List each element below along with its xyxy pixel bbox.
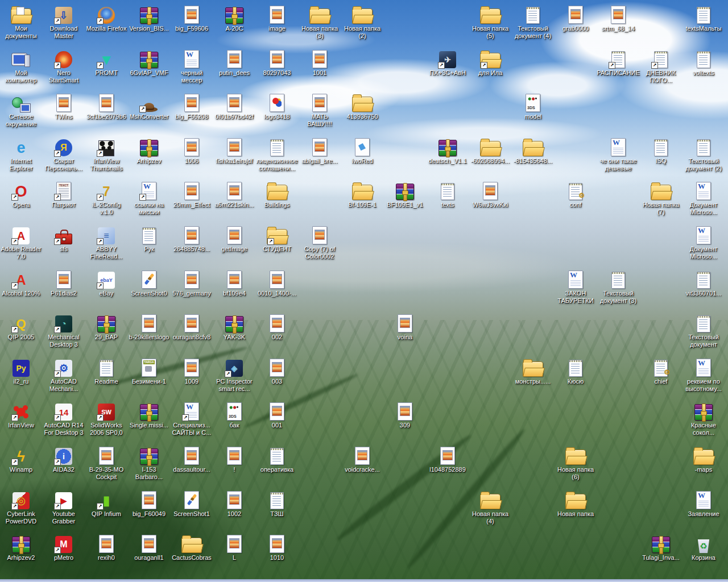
- desktop-icon-license-agreement[interactable]: лицензионное соглашени...: [255, 137, 299, 172]
- desktop-icon-korzina[interactable]: ♻Корзина: [682, 534, 725, 562]
- desktop-icon-dassaultour[interactable]: dassaultour...: [170, 446, 213, 473]
- desktop-icon-my-computer[interactable]: Мой компьютер: [0, 49, 43, 84]
- desktop-icon-readme[interactable]: Readme: [85, 357, 128, 385]
- desktop-icon-n1002[interactable]: 1002: [213, 490, 256, 518]
- desktop-icon-deutsch-v11[interactable]: deutsch_V1.1: [426, 137, 469, 165]
- desktop-icon-n309[interactable]: 309: [383, 401, 427, 429]
- desktop-icon-new-folder-2[interactable]: Новая папка (2): [341, 5, 384, 40]
- desktop-icon-arhipzev[interactable]: Arhipzev: [127, 137, 171, 165]
- desktop-icon-twins[interactable]: TWins: [42, 93, 85, 120]
- desktop-icon-doc-microsoft-2[interactable]: Документ Microso...: [682, 225, 725, 260]
- desktop-icon-nero-startsmart[interactable]: ↗Nero StartSmart: [42, 49, 85, 84]
- desktop-icon-isq[interactable]: ISQ: [639, 137, 682, 165]
- desktop-icon-tulagi-inva[interactable]: Tulagi_Inva...: [639, 534, 682, 562]
- desktop-icon-tzsh[interactable]: ТЗШ: [255, 490, 299, 518]
- desktop-icon-maps[interactable]: -maps: [682, 446, 725, 473]
- desktop-icon-n001[interactable]: 001: [255, 401, 299, 429]
- desktop-icon-mozilla-firefox[interactable]: ↗Mozilla Firefox: [85, 5, 128, 32]
- desktop-icon-i-153-barbaro[interactable]: I-153 Barbaro...: [127, 446, 171, 481]
- desktop-icon-chief[interactable]: chief: [639, 357, 682, 385]
- desktop-icon-youtube-grabber[interactable]: ▶↗Youtube Grabber: [42, 490, 85, 525]
- desktop-icon-patriot[interactable]: ↗Патриот: [42, 181, 85, 209]
- desktop-icon-autocad-r14[interactable]: 14↗AutoCAD R14 For Desktop 3: [42, 401, 85, 436]
- desktop-icon-alcohol-120[interactable]: A↗Alcohol 120%: [0, 269, 43, 297]
- desktop-icon-putin-dees[interactable]: putin_dees: [213, 49, 256, 77]
- desktop-icon-l1048752889[interactable]: l1048752889: [426, 446, 469, 473]
- desktop-icon-a-20c[interactable]: A-20C: [213, 5, 256, 32]
- desktop-icon-n3cf1be2079b6[interactable]: 3cf1be2079b6: [85, 93, 128, 120]
- desktop-icon-mshconverter[interactable]: ↗MshConverter: [127, 93, 171, 120]
- desktop-icon-model[interactable]: model: [511, 93, 555, 120]
- desktop-icon-big-f55208[interactable]: big_F55208: [170, 93, 213, 120]
- desktop-icon-irfanview[interactable]: ↗IrfanView: [0, 401, 43, 429]
- desktop-icon-folder-815435648[interactable]: -815435648...: [511, 137, 555, 165]
- desktop-icon-texts-malty[interactable]: textsМальты: [682, 5, 725, 32]
- desktop-icon-qip-2005[interactable]: Q↗QIP 2005: [0, 313, 43, 341]
- desktop-icon-zayavlenie[interactable]: Заявление: [682, 490, 725, 518]
- desktop-icon-ebay[interactable]: ebaY↗eBay: [85, 269, 128, 297]
- desktop-icon-qip-infium[interactable]: ▮↗QIP Infium: [85, 490, 128, 518]
- desktop-icon-a6m221skin[interactable]: a6m221skin...: [213, 181, 256, 209]
- desktop-icon-cyberlink-powerdvd[interactable]: ◎↗CyberLink PowerDVD: [0, 490, 43, 525]
- desktop-icon-arhipzev2[interactable]: Arhipzev2: [0, 534, 43, 562]
- desktop-icon-n1009[interactable]: 1009: [170, 357, 213, 385]
- desktop-icon-6gviap-vmf[interactable]: 6GvIAP_VMF: [127, 49, 171, 77]
- desktop-icon-buildings[interactable]: Buildings: [255, 181, 299, 209]
- desktop-icon-p61dias2[interactable]: P61dias2: [42, 269, 85, 297]
- desktop-icon-w6wj3vxkxi[interactable]: W6wJ3vxKxi: [469, 181, 512, 209]
- desktop-icon-dlya-ila[interactable]: ↗для Ила: [469, 49, 512, 77]
- desktop-icon-text-doc[interactable]: Текстовый документ: [682, 313, 725, 348]
- desktop-icon-screenshot1[interactable]: ScreenShot1: [170, 490, 213, 518]
- desktop-icon-iwored[interactable]: IwoRed: [341, 137, 384, 165]
- desktop-icon-kyusyu[interactable]: Кюсю: [554, 357, 597, 385]
- desktop-icon-screenshot0[interactable]: ScreenShot0: [127, 269, 171, 297]
- desktop-icon-rekviem[interactable]: реквием по высотному...: [682, 357, 725, 393]
- desktop-icon-getimage[interactable]: getImage: [213, 225, 256, 253]
- desktop-icon-new-folder-3[interactable]: Новая папка (3): [298, 5, 341, 40]
- desktop-icon-n0010-1400[interactable]: 0010_1400-...: [255, 269, 299, 297]
- desktop-icon-cherny-messer[interactable]: черный мессер: [170, 49, 213, 84]
- desktop-icon-bf109e1-v1[interactable]: BF109E1_v1: [383, 181, 427, 209]
- desktop-icon-zakon-taburetki[interactable]: ЗАКОН ТАБУРЕТКИ: [554, 269, 597, 305]
- desktop-icon-student[interactable]: ↗СТУДЕНТ: [255, 225, 299, 253]
- desktop-icon-irfanview-thumbnails[interactable]: ↗IrfanView Thumbnails: [85, 137, 128, 172]
- desktop-icon-voina[interactable]: voina: [383, 313, 427, 341]
- desktop-icon-abbyy-finereader[interactable]: ≡↗ABBYY FineRead...: [85, 225, 128, 260]
- desktop-icon-bf-109e-1[interactable]: Bf-109E-1: [341, 181, 384, 209]
- desktop-icon-rexih0[interactable]: rexih0: [85, 534, 128, 562]
- desktop-icon-l[interactable]: L: [213, 534, 256, 562]
- desktop-icon-krasnye-sokol[interactable]: Красные сокол...: [682, 401, 725, 436]
- desktop-icon-ssylki-na-missii[interactable]: ↗ссылки на миссии: [127, 181, 171, 216]
- desktop-icon-n80297043[interactable]: 80297043: [255, 49, 299, 77]
- desktop-icon-big-f60049[interactable]: big_F60049: [127, 490, 171, 518]
- desktop-icon-n413936750[interactable]: 413936750: [341, 93, 384, 120]
- desktop-icon-vit3360701[interactable]: vit3360701...: [682, 269, 725, 297]
- desktop-icon-sokrat[interactable]: Я↗Сократ Персональ...: [42, 137, 85, 172]
- desktop-icon-internet-explorer[interactable]: eInternet Explorer: [0, 137, 43, 172]
- desktop-icon-bezimeni-1[interactable]: Безимени-1: [127, 357, 171, 385]
- taskbar-edge[interactable]: [0, 579, 728, 582]
- desktop-icon-abigail-bre[interactable]: abigail_bre...: [298, 137, 341, 165]
- desktop-icon-b-29killerslogo[interactable]: b-29killerslogo: [127, 313, 171, 341]
- desktop-icon-dnevnik-pogo[interactable]: ↗ДНЕВНИК ПОГО...: [639, 49, 682, 84]
- desktop-icon-spetsializ-sayty[interactable]: ↗Специализ... САЙТЫ и С...: [170, 401, 213, 436]
- desktop-icon-texts[interactable]: texts: [426, 181, 469, 209]
- desktop-icon-il2config[interactable]: 7↗iL-2Config v.1.0: [85, 181, 128, 216]
- desktop-icon-network-places[interactable]: Сетевое окружение: [0, 93, 43, 128]
- desktop-icon-voltexts[interactable]: voltexts: [682, 49, 725, 77]
- desktop-icon-operativka[interactable]: оперативка: [255, 446, 299, 473]
- desktop-icon-promt[interactable]: ▼↗PROMT: [85, 49, 128, 77]
- desktop-icon-download-master[interactable]: ⇩↗Download Master: [42, 5, 85, 40]
- desktop-icon-ruk[interactable]: Рук: [127, 225, 171, 253]
- desktop-icon-ouraganll1[interactable]: ouraganll1: [127, 534, 171, 562]
- desktop-icon-adobe-reader[interactable]: A↗Adobe Reader 7.0: [0, 225, 43, 260]
- desktop-icon-text-doc-3[interactable]: Текстовый документ (3): [597, 269, 640, 305]
- desktop-icon-fishka1eirujdf[interactable]: fishka1eirujdf: [213, 137, 256, 165]
- desktop-icon-new-folder-5[interactable]: Новая папка (5): [469, 5, 512, 40]
- desktop-icon-ouragan8cfv8[interactable]: ouragan8cfv8: [170, 313, 213, 341]
- desktop-icon-pc-inspector[interactable]: ◈↗PC Inspector smart rec...: [213, 357, 256, 393]
- desktop-icon-voidcracke[interactable]: voidcracke...: [341, 446, 384, 473]
- desktop-icon-version-bis[interactable]: Version_BIS...: [127, 5, 171, 32]
- desktop-icon-aida32[interactable]: i↗AIDA32: [42, 446, 85, 473]
- desktop-icon-grab0000[interactable]: grab0000: [554, 5, 597, 32]
